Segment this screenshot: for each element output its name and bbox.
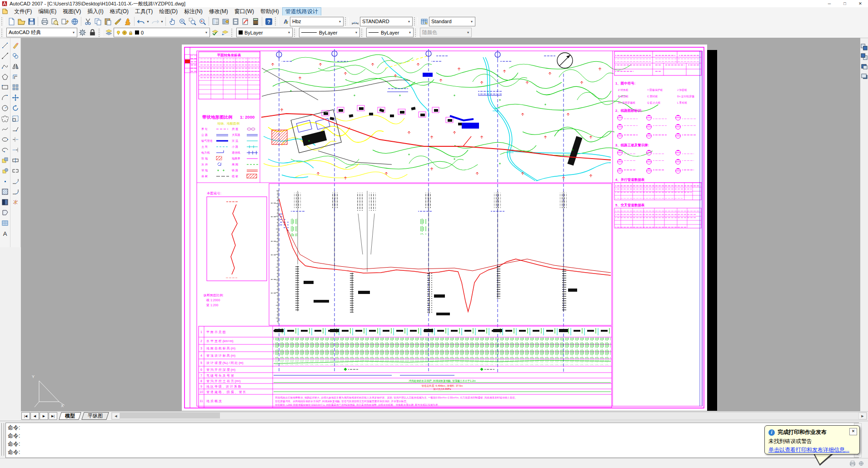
construction-line-button[interactable] (0, 50, 10, 61)
menu-help[interactable]: 帮助(H) (257, 7, 282, 16)
communication-center-icon[interactable] (858, 460, 864, 467)
trim-button[interactable] (11, 134, 20, 144)
toolbar-grip[interactable] (361, 29, 365, 37)
insert-block-button[interactable] (0, 155, 10, 165)
ellipse-arc-button[interactable] (0, 144, 10, 155)
markup-set-manager-button[interactable] (240, 16, 250, 26)
toolbar-grip[interactable] (1, 29, 5, 37)
close-button[interactable]: ✕ (853, 0, 868, 7)
command-window-grip[interactable] (1, 423, 4, 456)
point-button[interactable] (0, 176, 10, 186)
polygon-button[interactable] (0, 71, 10, 82)
toolbar-grip[interactable] (415, 29, 419, 37)
revision-cloud-button[interactable] (0, 113, 10, 124)
break-button[interactable] (11, 165, 20, 176)
bring-to-front-button[interactable] (861, 44, 868, 50)
move-button[interactable] (11, 92, 20, 103)
new-button[interactable] (6, 16, 16, 26)
menu-window[interactable]: 窗口(W) (231, 7, 257, 16)
plot-preview-button[interactable] (50, 16, 60, 26)
undo-button[interactable] (136, 16, 146, 26)
maximize-button[interactable]: □ (837, 0, 853, 7)
menu-file[interactable]: 文件(F) (11, 7, 35, 16)
mirror-button[interactable] (11, 61, 20, 71)
region-button[interactable] (0, 207, 10, 218)
copy-button[interactable] (93, 16, 103, 26)
ellipse-button[interactable] (0, 134, 10, 144)
stretch-button[interactable] (11, 124, 20, 134)
layer-combo[interactable]: 0 ▾ (114, 28, 210, 37)
workspace-combo[interactable]: AutoCAD 经典▾ (6, 28, 77, 37)
quickcalc-button[interactable] (250, 16, 260, 26)
table-button[interactable] (0, 218, 10, 228)
send-under-objects-button[interactable] (861, 72, 868, 79)
bring-above-objects-button[interactable] (861, 63, 868, 70)
workspace-lock-button[interactable] (87, 28, 97, 38)
erase-button[interactable] (11, 40, 20, 50)
scrollbar-thumb[interactable] (120, 413, 220, 418)
arc-button[interactable] (0, 92, 10, 103)
extend-button[interactable] (11, 144, 20, 155)
open-button[interactable] (16, 16, 26, 26)
notification-details-link[interactable]: 单击以查看打印和发布详细信息... (768, 446, 856, 454)
tab-nav-next[interactable]: ▶ (40, 412, 48, 420)
scroll-right-arrow[interactable]: ▶ (858, 413, 867, 419)
command-history[interactable]: 命令: 命令: 命令: (5, 423, 859, 449)
rotate-button[interactable] (11, 103, 20, 113)
tab-model[interactable]: 模型 (59, 412, 81, 420)
text-style-combo[interactable]: Hbz▾ (290, 17, 344, 26)
publish-button[interactable] (60, 16, 70, 26)
horizontal-scrollbar[interactable]: ◀ ▶ (111, 412, 867, 420)
tab-nav-prev[interactable]: ◀ (30, 412, 39, 420)
circle-button[interactable] (0, 103, 10, 113)
color-combo[interactable]: ByLayer▾ (236, 28, 293, 37)
lineweight-combo[interactable]: ByLayer▾ (366, 28, 414, 37)
minimize-button[interactable]: ─ (822, 0, 837, 7)
table-style-combo[interactable]: Standard▾ (429, 17, 475, 26)
menu-format[interactable]: 格式(O) (107, 7, 132, 16)
pan-button[interactable] (167, 16, 177, 26)
line-button[interactable] (0, 40, 10, 50)
redo-dropdown[interactable]: ▼ (160, 16, 164, 26)
hatch-button[interactable] (0, 186, 10, 197)
copy-object-button[interactable] (11, 50, 20, 61)
offset-button[interactable] (11, 71, 20, 82)
drawing-area[interactable]: Y X 平面转角坐标表 带状地形图比例 (21, 38, 860, 411)
menu-edit[interactable]: 编辑(E) (35, 7, 60, 16)
tab-layout-pingzongtu[interactable]: 平纵图 (81, 412, 109, 420)
explode-button[interactable] (11, 197, 20, 207)
polyline-button[interactable] (0, 61, 10, 71)
menu-draw[interactable]: 绘图(D) (156, 7, 181, 16)
undo-dropdown[interactable]: ▼ (146, 16, 150, 26)
paste-button[interactable] (103, 16, 113, 26)
workspace-settings-button[interactable] (77, 28, 87, 38)
redo-button[interactable] (150, 16, 160, 26)
array-button[interactable] (11, 82, 20, 92)
notification-close-button[interactable]: ✕ (849, 428, 857, 435)
menu-insert[interactable]: 插入(I) (84, 7, 106, 16)
dim-style-combo[interactable]: STANDARD▾ (360, 17, 413, 26)
gradient-button[interactable] (0, 197, 10, 207)
designcenter-button[interactable] (220, 16, 230, 26)
linetype-combo[interactable]: ByLayer▾ (299, 28, 360, 37)
save-button[interactable] (26, 16, 36, 26)
toolbar-grip[interactable] (294, 29, 298, 37)
command-input[interactable]: 命令: (5, 448, 859, 458)
tab-nav-last[interactable]: ▶| (49, 412, 57, 420)
zoom-previous-button[interactable] (197, 16, 207, 26)
properties-button[interactable] (210, 16, 220, 26)
rectangle-button[interactable] (0, 82, 10, 92)
make-block-button[interactable] (0, 165, 10, 176)
send-to-back-button[interactable] (861, 53, 868, 60)
multiline-text-button[interactable]: A (0, 228, 10, 239)
toolbar-grip[interactable] (345, 17, 349, 25)
toolbar-grip[interactable] (231, 29, 235, 37)
break-at-point-button[interactable] (11, 155, 20, 165)
zoom-realtime-button[interactable] (177, 16, 187, 26)
block-editor-button[interactable] (123, 16, 133, 26)
toolbar-grip[interactable] (99, 29, 102, 37)
tab-nav-first[interactable]: |◀ (21, 412, 30, 420)
plot-style-combo[interactable]: 随颜色▾ (420, 28, 472, 37)
menu-view[interactable]: 视图(V) (60, 7, 84, 16)
fillet-button[interactable] (11, 186, 20, 197)
